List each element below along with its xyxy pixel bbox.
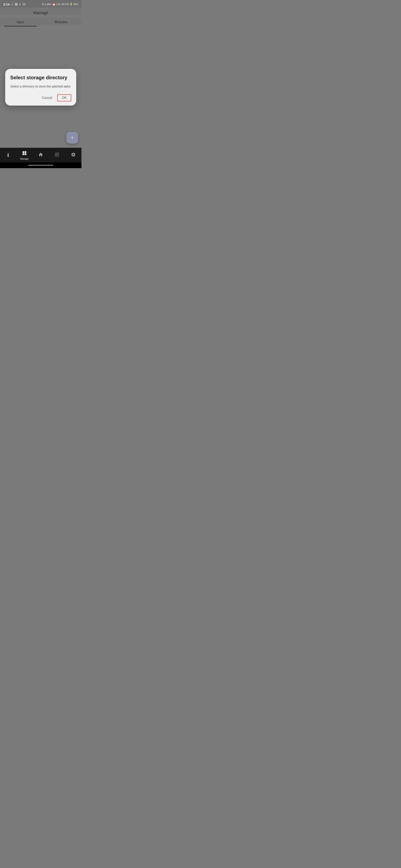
status-left: 2:14 ☺ 🖼 ✔ 33 (3, 2, 26, 6)
nav-item-home[interactable] (33, 152, 49, 158)
dialog: Select storage directory Select a direct… (5, 69, 76, 105)
nav-item-download[interactable]: ⬇ (0, 152, 16, 158)
logs-icon (55, 152, 59, 158)
nav-item-manage[interactable]: Manage (16, 151, 33, 160)
bottom-nav: ⬇ Manage (0, 148, 82, 162)
dialog-message: Select a directory to store the patched … (10, 84, 71, 89)
tab-apps-label: Apps (17, 20, 24, 24)
image-icon: 🖼 (15, 3, 18, 6)
home-bar (28, 165, 53, 166)
ok-button[interactable]: OK (57, 94, 71, 101)
svg-rect-2 (23, 153, 24, 155)
app-header: Manage (0, 7, 82, 15)
tabs-container: Apps Modules (0, 18, 82, 27)
hd-badge-2: HD (65, 3, 69, 5)
alarm-icon: ⏰ (52, 3, 56, 6)
main-content: Select storage directory Select a direct… (0, 27, 82, 148)
status-number: 33 (22, 3, 25, 6)
svg-rect-0 (23, 151, 24, 153)
status-time: 2:14 (3, 2, 9, 6)
svg-rect-3 (25, 153, 26, 155)
dialog-actions: Cancel OK (10, 94, 71, 101)
dialog-title: Select storage directory (10, 75, 71, 81)
signal-type: LTE (56, 3, 60, 5)
svg-rect-1 (25, 151, 26, 153)
settings-icon (71, 152, 76, 158)
hd-badge-1: HD (61, 3, 64, 5)
add-icon: + (70, 135, 74, 141)
status-right: 21.1 kB/s ⏰ LTE HD HD 🔋 96% (42, 3, 78, 6)
page-title: Manage (3, 10, 78, 15)
download-icon: ⬇ (6, 152, 10, 158)
battery-level: 96% (74, 3, 78, 5)
home-icon (38, 152, 43, 158)
tab-modules[interactable]: Modules (41, 18, 82, 27)
manage-icon (22, 151, 27, 157)
check-icon: ✔ (19, 3, 21, 6)
fab-container: + (66, 132, 78, 144)
nav-item-logs[interactable] (49, 152, 65, 158)
nav-item-settings[interactable] (65, 152, 82, 158)
home-indicator (0, 162, 82, 168)
battery-icon: 🔋 (69, 3, 73, 6)
status-bar: 2:14 ☺ 🖼 ✔ 33 21.1 kB/s ⏰ LTE HD HD 🔋 96… (0, 0, 82, 7)
tab-modules-label: Modules (55, 20, 67, 24)
add-fab-button[interactable]: + (66, 132, 78, 144)
dialog-overlay: Select storage directory Select a direct… (0, 27, 82, 148)
emoji-icon: ☺ (11, 3, 13, 6)
tab-apps[interactable]: Apps (0, 18, 41, 27)
network-speed: 21.1 kB/s (42, 3, 51, 5)
manage-label: Manage (20, 158, 29, 160)
cancel-button[interactable]: Cancel (38, 94, 56, 101)
